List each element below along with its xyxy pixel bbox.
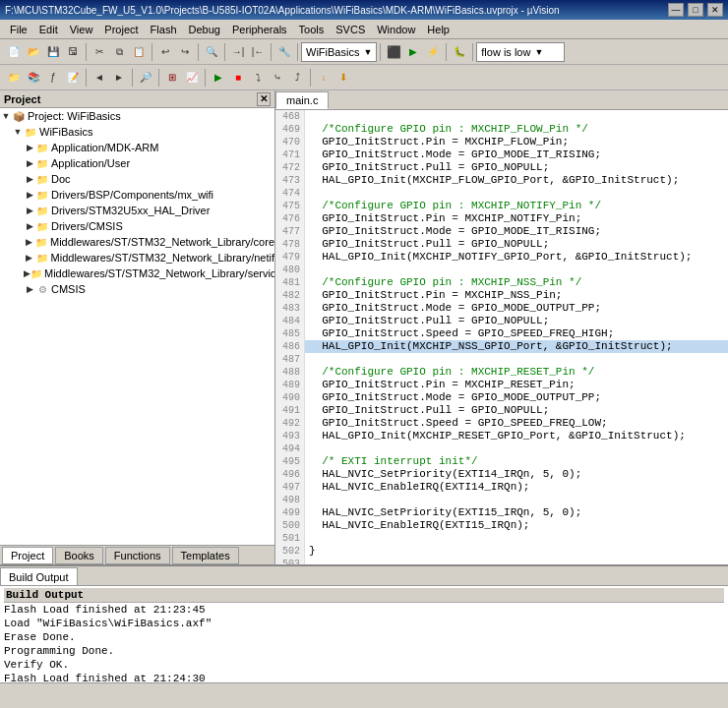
tree-item-netlib-svc[interactable]: ▶📁Middlewares/ST/STM32_Network_Library/s… [0,266,274,281]
target-options-btn[interactable]: 🔧 [274,42,294,62]
tree-item-app-mdk[interactable]: ▶📁Application/MDK-ARM [0,140,274,155]
project-panel-title: Project [4,93,40,105]
project-window-btn[interactable]: 📁 [4,68,24,88]
next-loc-btn[interactable]: ► [109,68,129,88]
tree-expand[interactable]: ▶ [24,173,35,185]
source-browser-btn[interactable]: 🔎 [136,68,155,88]
editor-tabs: main.c [275,90,728,110]
undo-btn[interactable]: ↩ [155,42,175,62]
run-btn[interactable]: ▶ [209,68,228,88]
tree-expand[interactable]: ▶ [24,283,35,295]
find-btn[interactable]: 🔍 [202,42,221,62]
maximize-button[interactable]: □ [688,3,703,17]
new-file-btn[interactable]: 📄 [4,42,24,62]
menu-item-svcs[interactable]: SVCS [330,23,371,36]
panel-tab-books[interactable]: Books [55,547,103,564]
tree-item-netlib-netif[interactable]: ▶📁Middlewares/ST/STM32_Network_Library/n… [0,250,274,266]
unindent-btn[interactable]: |← [248,42,268,62]
indent-btn[interactable]: →| [228,42,248,62]
copy-btn[interactable]: ⧉ [109,42,129,62]
main-layout: Project ✕ ▼📦Project: WiFiBasics▼📁WiFiBas… [0,90,728,682]
project-panel-close[interactable]: ✕ [257,92,271,106]
paste-btn[interactable]: 📋 [129,42,149,62]
menu-item-window[interactable]: Window [371,23,421,36]
func-btn[interactable]: ƒ [43,68,63,88]
menu-item-debug[interactable]: Debug [183,23,226,36]
download2-btn[interactable]: ⬇ [334,68,353,88]
line-number: 482 [275,289,305,302]
build-btn[interactable]: ⬛ [384,42,403,62]
tree-item-label: Application/MDK-ARM [51,142,158,153]
prev-loc-btn[interactable]: ◄ [90,68,109,88]
tree-expand[interactable]: ▶ [24,189,35,201]
tree-expand[interactable]: ▶ [24,157,35,169]
tree-item-cmsis-drv[interactable]: ▶📁Drivers/CMSIS [0,218,274,234]
redo-btn[interactable]: ↪ [175,42,195,62]
step-out-btn[interactable]: ⤴ [287,68,307,88]
tree-expand[interactable]: ▶ [24,236,35,248]
project-panel-header: Project ✕ [0,90,274,108]
minimize-button[interactable]: — [668,3,684,17]
target-dropdown[interactable]: WiFiBasics ▼ [301,42,377,62]
tree-item-label: Application/User [51,157,130,169]
menu-item-file[interactable]: File [4,23,33,36]
menu-item-tools[interactable]: Tools [293,23,331,36]
download-btn[interactable]: ↓ [314,68,334,88]
tree-expand[interactable]: ▼ [12,126,24,138]
line-content: /* EXTI interrupt init*/ [305,455,728,468]
tree-item-wifi-basics[interactable]: ▼📁WiFiBasics [0,124,274,140]
menu-item-edit[interactable]: Edit [33,23,64,36]
debug-btn[interactable]: 🐛 [450,42,469,62]
menu-item-help[interactable]: Help [421,23,455,36]
panel-tab-project[interactable]: Project [2,547,53,564]
save-all-btn[interactable]: 🖫 [63,42,83,62]
code-editor[interactable]: 468469 /*Configure GPIO pin : MXCHIP_FLO… [275,110,728,564]
tree-expand[interactable]: ▶ [24,267,30,279]
gear-icon: ⚙ [35,282,49,296]
menu-item-peripherals[interactable]: Peripherals [226,23,293,36]
tree-expand[interactable]: ▶ [24,205,35,216]
periph-view-btn[interactable]: ⊞ [162,68,182,88]
tree-item-label: Drivers/CMSIS [51,220,123,232]
logic-analyzer-btn[interactable]: 📈 [182,68,202,88]
template-btn[interactable]: 📝 [63,68,83,88]
books-btn[interactable]: 📚 [24,68,43,88]
line-content: HAL_NVIC_SetPriority(EXTI15_IRQn, 5, 0); [305,506,728,519]
line-content: HAL_GPIO_Init(MXCHIP_FLOW_GPIO_Port, &GP… [305,174,728,187]
sep8 [446,43,447,61]
cut-btn[interactable]: ✂ [90,42,109,62]
folder-icon: 📁 [24,125,37,139]
editor-tab-main-c[interactable]: main.c [275,91,329,109]
tree-item-cmsis[interactable]: ▶⚙CMSIS [0,281,274,297]
step-btn[interactable]: ⤵ [248,68,268,88]
menu-item-view[interactable]: View [64,23,99,36]
panel-tab-templates[interactable]: Templates [172,547,239,564]
tree-expand[interactable]: ▶ [24,220,35,232]
bottom-tab-build-output[interactable]: Build Output [0,567,78,585]
tree-expand[interactable]: ▶ [24,252,35,264]
flow-dropdown[interactable]: flow is low ▼ [476,42,565,62]
open-btn[interactable]: 📂 [24,42,43,62]
close-button[interactable]: ✕ [707,3,723,17]
panel-tab-functions[interactable]: Functions [105,547,170,564]
panel-tabs: ProjectBooksFunctionsTemplates [0,545,274,564]
stop-btn[interactable]: ■ [228,68,248,88]
step-over-btn[interactable]: ⤷ [268,68,287,88]
tree-item-netlib-core[interactable]: ▶📁Middlewares/ST/STM32_Network_Library/c… [0,234,274,250]
tree-item-bsp-comp[interactable]: ▶📁Drivers/BSP/Components/mx_wifi [0,187,274,203]
tree-item-stm32xx[interactable]: ▶📁Drivers/STM32U5xx_HAL_Driver [0,203,274,218]
tree-item-project-root[interactable]: ▼📦Project: WiFiBasics [0,108,274,124]
save-btn[interactable]: 💾 [43,42,63,62]
tree-item-doc[interactable]: ▶📁Doc [0,171,274,187]
tree-expand[interactable]: ▶ [24,142,35,153]
tree-item-app-user[interactable]: ▶📁Application/User [0,155,274,171]
line-number: 483 [275,302,305,315]
code-line-480: 480 [275,264,728,276]
flash-btn[interactable]: ⚡ [423,42,443,62]
tree-expand[interactable]: ▼ [0,110,12,122]
rebuild-btn[interactable]: ▶ [403,42,423,62]
menu-item-project[interactable]: Project [98,23,144,36]
code-line-487: 487 [275,353,728,366]
folder-icon: 📁 [35,156,49,170]
menu-item-flash[interactable]: Flash [145,23,183,36]
